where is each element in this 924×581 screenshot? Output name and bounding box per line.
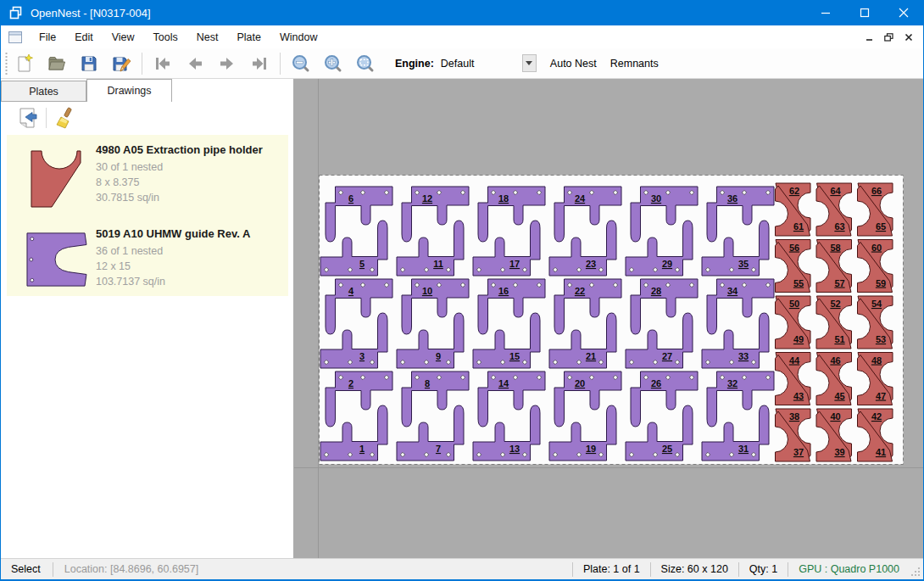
import-drawing-button[interactable] (14, 105, 40, 131)
part-number: 5 (359, 259, 365, 269)
part-number: 12 (422, 193, 432, 204)
part-number: 17 (509, 259, 520, 269)
app-icon (8, 5, 24, 20)
drawing-thumbnail (15, 141, 96, 212)
broom-icon (54, 107, 76, 129)
part-number: 34 (727, 286, 738, 296)
menu-edit[interactable]: Edit (65, 28, 103, 47)
part-number: 45 (834, 391, 844, 401)
new-file-icon (14, 53, 35, 74)
menu-view[interactable]: View (103, 28, 144, 47)
part-number: 19 (586, 444, 596, 454)
part-number: 30 (651, 193, 661, 204)
drawing-title: 4980 A05 Extraction pipe holder (96, 143, 285, 156)
menu-plate[interactable]: Plate (227, 28, 270, 47)
mdi-close-icon (905, 33, 913, 42)
statusbar-separator (738, 562, 739, 577)
part-number: 1 (359, 444, 365, 454)
go-last-icon (249, 53, 270, 74)
maximize-icon (860, 8, 870, 18)
purple-part-thumbnail-icon (23, 230, 89, 289)
go-previous-icon (185, 53, 205, 74)
part-number: 8 (425, 378, 430, 388)
resize-grip[interactable] (910, 566, 921, 578)
clean-button[interactable] (53, 105, 78, 131)
drawings-list: 4980 A05 Extraction pipe holder 30 of 1 … (7, 135, 288, 296)
zoom-fit-icon (355, 53, 376, 74)
toolbar-separator (280, 53, 281, 75)
save-button[interactable] (75, 51, 103, 76)
window-minimize-button[interactable] (806, 0, 845, 25)
tab-drawings[interactable]: Drawings (86, 79, 172, 102)
window-title: OpenNest - [N0317-004] (31, 7, 151, 20)
menu-tools[interactable]: Tools (144, 28, 187, 47)
part-number: 61 (793, 221, 804, 232)
drawing-list-item[interactable]: 4980 A05 Extraction pipe holder 30 of 1 … (7, 135, 288, 219)
part-number: 4 (348, 286, 354, 296)
part-number: 52 (830, 299, 840, 309)
part-number: 26 (651, 378, 661, 388)
part-number: 31 (738, 444, 749, 454)
part-number: 44 (789, 355, 800, 366)
toolbar-separator (46, 108, 47, 128)
part-number: 21 (586, 351, 596, 361)
toolbar-separator (142, 53, 142, 75)
window-maximize-button[interactable] (845, 0, 884, 25)
part-number: 14 (498, 378, 509, 388)
save-as-button[interactable] (107, 51, 136, 76)
menu-bar: File Edit View Tools Nest Plate Window (1, 25, 923, 48)
nest-view: 6512111817242330293635431091615222128273… (294, 79, 923, 558)
new-file-button[interactable] (10, 51, 39, 76)
document-window-icon (8, 31, 23, 44)
menu-file[interactable]: File (30, 28, 65, 47)
chevron-down-icon (526, 61, 532, 65)
part-number: 50 (789, 299, 799, 309)
sidebar-tabs: Plates Drawings (1, 79, 293, 102)
tab-plates[interactable]: Plates (1, 81, 86, 102)
go-last-button[interactable] (245, 51, 274, 76)
menu-nest[interactable]: Nest (187, 28, 228, 47)
nest-canvas[interactable]: 6512111817242330293635431091615222128273… (294, 79, 923, 558)
part-number: 40 (830, 411, 840, 422)
go-next-button[interactable] (213, 51, 242, 76)
engine-combo-dropdown-button[interactable] (522, 54, 537, 72)
mdi-restore-button[interactable] (879, 30, 899, 45)
go-first-button[interactable] (148, 51, 177, 76)
toolbar-grip[interactable] (4, 53, 8, 75)
go-previous-button[interactable] (181, 51, 209, 76)
zoom-out-icon (291, 53, 311, 74)
zoom-in-icon (323, 53, 343, 74)
part-number: 13 (509, 444, 520, 454)
save-icon (79, 53, 99, 74)
part-number: 36 (727, 193, 738, 204)
part-number: 39 (834, 447, 844, 457)
part-number: 64 (830, 186, 841, 196)
part-number: 11 (433, 259, 443, 269)
part-number: 10 (422, 286, 432, 296)
save-as-icon (111, 53, 131, 74)
statusbar-separator (788, 562, 788, 577)
mdi-close-button[interactable] (899, 30, 918, 45)
drawing-nested-count: 36 of 1 nested (96, 243, 285, 259)
auto-nest-button[interactable]: Auto Nest (550, 58, 597, 70)
go-next-icon (217, 53, 237, 74)
part-number: 32 (727, 378, 738, 388)
menu-window[interactable]: Window (270, 28, 326, 47)
status-qty: Qty: 1 (749, 563, 777, 575)
part-number: 29 (662, 259, 672, 269)
open-file-button[interactable] (42, 51, 71, 76)
drawing-list-item[interactable]: 5019 A10 UHMW guide Rev. A 36 of 1 neste… (7, 219, 288, 296)
window-close-button[interactable] (884, 0, 923, 25)
mdi-minimize-button[interactable] (860, 30, 879, 45)
zoom-fit-button[interactable] (351, 51, 380, 76)
part-number: 18 (498, 193, 509, 204)
engine-combo[interactable]: Default (441, 58, 519, 70)
drawing-nested-count: 30 of 1 nested (96, 159, 285, 175)
part-number: 20 (575, 378, 585, 388)
zoom-in-button[interactable] (319, 51, 348, 76)
red-part-thumbnail-icon (26, 146, 86, 212)
zoom-out-button[interactable] (287, 51, 315, 76)
remnants-button[interactable]: Remnants (610, 58, 659, 70)
part-number: 37 (793, 447, 804, 457)
status-location: Location: [84.8696, 60.6957] (64, 563, 198, 575)
